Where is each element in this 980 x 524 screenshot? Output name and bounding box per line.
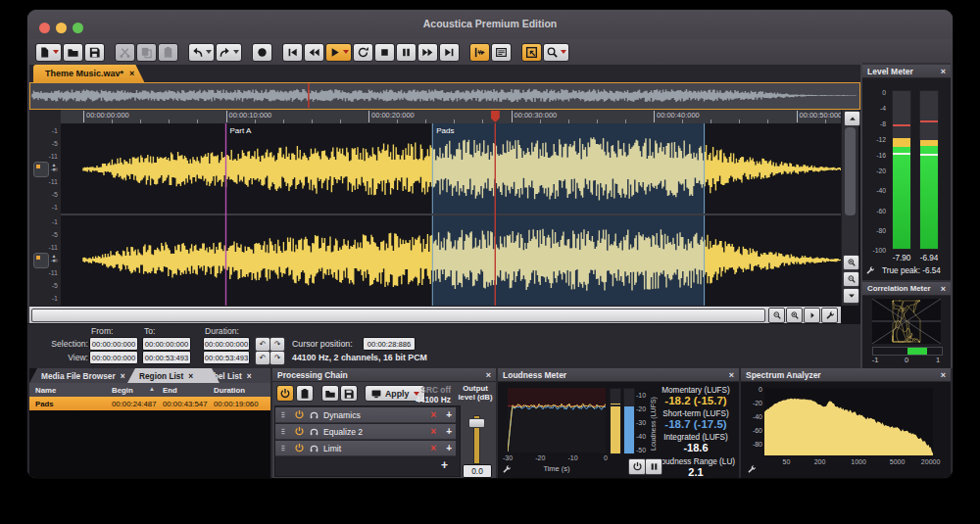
chain-item-dynamics[interactable]: Dynamics×+ (275, 407, 456, 423)
view-undo-button[interactable]: ↶ (255, 351, 270, 365)
scrub-tool-button[interactable] (469, 43, 490, 62)
zoom-options-button[interactable] (821, 308, 838, 323)
chain-copy-button[interactable] (296, 385, 314, 402)
zoom-tool-dropdown-icon[interactable] (561, 50, 566, 54)
overview-waveform[interactable] (29, 82, 860, 110)
close-tab-icon[interactable]: × (129, 69, 134, 78)
status-selection-field[interactable]: 00:00:00:000 (142, 337, 191, 351)
channel-1-zoom-spinner[interactable]: ▲▼ (50, 163, 58, 172)
horizontal-scrollbar[interactable] (29, 306, 841, 323)
record-button[interactable] (252, 43, 272, 62)
vertical-zoom-menu-button[interactable] (843, 288, 859, 304)
spectrum-options-button[interactable] (747, 464, 757, 474)
item-monitor-icon[interactable] (309, 426, 319, 437)
loop-playback-button[interactable] (353, 43, 373, 62)
tab-region-list[interactable]: Region List× (127, 368, 220, 383)
open-file-button[interactable] (63, 43, 83, 62)
zoom-tool-button[interactable] (543, 43, 569, 62)
close-correlation-meter-icon[interactable]: × (941, 284, 946, 294)
selection-tool-button[interactable] (521, 43, 542, 62)
close-tab-icon[interactable]: × (188, 371, 193, 381)
column-header-begin[interactable]: Begin (112, 386, 133, 395)
chain-open-button[interactable] (321, 385, 339, 402)
column-header-name[interactable]: Name (35, 386, 56, 395)
go-to-start-button[interactable] (282, 43, 303, 62)
play-dropdown-icon[interactable] (343, 50, 349, 54)
selection-redo-button[interactable]: ↷ (270, 337, 285, 352)
new-file-dropdown-icon[interactable] (53, 50, 59, 54)
save-file-button[interactable] (84, 43, 105, 62)
column-header-end[interactable]: End (163, 386, 177, 395)
cursor-position-field[interactable]: 00:00:28:886 (363, 337, 416, 351)
cut-button[interactable] (115, 43, 135, 62)
level-meter-options-button[interactable] (865, 265, 875, 275)
playlist-view-button[interactable] (491, 43, 512, 62)
zoom-out-vertical-button[interactable] (843, 271, 859, 287)
rewind-button[interactable] (304, 43, 324, 62)
scroll-up-button[interactable] (844, 111, 860, 126)
redo-button[interactable] (216, 43, 242, 62)
zoom-in-horizontal-button[interactable] (786, 308, 803, 323)
status-view-field[interactable]: 00:00:53:493 (203, 351, 250, 364)
insert-item-icon[interactable]: + (446, 443, 452, 453)
close-spectrum-analyzer-icon[interactable]: × (941, 370, 946, 380)
item-monitor-icon[interactable] (309, 409, 319, 420)
chain-item-limit[interactable]: Limit×+ (275, 441, 456, 456)
drag-handle-icon[interactable] (279, 443, 290, 453)
fast-forward-button[interactable] (417, 43, 438, 62)
status-view-field[interactable]: 00:00:53:493 (142, 351, 191, 364)
drag-handle-icon[interactable] (279, 409, 290, 420)
play-button[interactable] (325, 43, 352, 62)
new-file-button[interactable] (35, 43, 62, 62)
loudness-pause-button[interactable] (645, 458, 662, 475)
waveform-display[interactable]: Part APads (61, 123, 841, 306)
zoom-in-vertical-button[interactable] (843, 255, 859, 270)
stop-button[interactable] (374, 43, 395, 62)
channel-2-select-button[interactable] (33, 253, 49, 268)
insert-item-icon[interactable]: + (446, 426, 452, 437)
close-processing-chain-icon[interactable]: × (486, 370, 491, 380)
undo-dropdown-icon[interactable] (206, 50, 212, 54)
loudness-options-button[interactable] (502, 464, 512, 474)
item-power-icon[interactable] (294, 409, 305, 420)
loudness-reset-button[interactable] (628, 458, 646, 475)
vscroll-thumb[interactable] (845, 127, 856, 215)
status-selection-field[interactable]: 00:00:00:000 (89, 337, 138, 351)
hscroll-thumb[interactable] (31, 309, 765, 322)
close-loudness-meter-icon[interactable]: × (729, 370, 734, 380)
output-level-value[interactable]: 0.0 (463, 464, 492, 478)
copy-button[interactable] (136, 43, 157, 62)
output-slider-handle[interactable] (468, 418, 485, 428)
insert-item-icon[interactable]: + (446, 409, 452, 420)
undo-button[interactable] (188, 43, 215, 62)
scroll-right-button[interactable] (804, 308, 820, 323)
chain-save-button[interactable] (340, 385, 358, 402)
remove-item-icon[interactable]: × (430, 409, 436, 420)
remove-item-icon[interactable]: × (430, 443, 436, 453)
channel-2-zoom-spinner[interactable]: ▲▼ (50, 254, 58, 263)
paste-button[interactable] (158, 43, 178, 62)
vertical-scrollbar[interactable] (841, 110, 858, 306)
chain-enable-button[interactable] (276, 385, 294, 402)
playhead-flag[interactable] (491, 111, 500, 122)
column-header-duration[interactable]: Duration (214, 386, 245, 395)
item-monitor-icon[interactable] (309, 443, 319, 453)
timeline-ruler[interactable]: 00:00:00:00000:00:10:00000:00:20:00000:0… (61, 110, 841, 124)
item-power-icon[interactable] (294, 443, 305, 453)
chain-item-equalize-2[interactable]: Equalize 2×+ (275, 424, 456, 440)
item-power-icon[interactable] (294, 426, 305, 437)
drag-handle-icon[interactable] (279, 426, 290, 437)
go-to-end-button[interactable] (439, 43, 460, 62)
status-selection-field[interactable]: 00:00:00:000 (203, 337, 250, 351)
channel-1-select-button[interactable] (33, 162, 49, 177)
zoom-out-horizontal-button[interactable] (768, 308, 785, 323)
region-row[interactable]: Pads00:00:24:48700:00:43:54700:00:19:060 (29, 397, 270, 410)
close-tab-icon[interactable]: × (121, 371, 125, 381)
selection-undo-button[interactable]: ↶ (255, 337, 270, 352)
redo-dropdown-icon[interactable] (233, 50, 239, 54)
add-plugin-icon[interactable]: + (441, 458, 448, 472)
pause-button[interactable] (396, 43, 416, 62)
view-redo-button[interactable]: ↷ (270, 351, 285, 365)
status-view-field[interactable]: 00:00:00:000 (89, 351, 138, 364)
close-tab-icon[interactable]: × (247, 371, 252, 381)
